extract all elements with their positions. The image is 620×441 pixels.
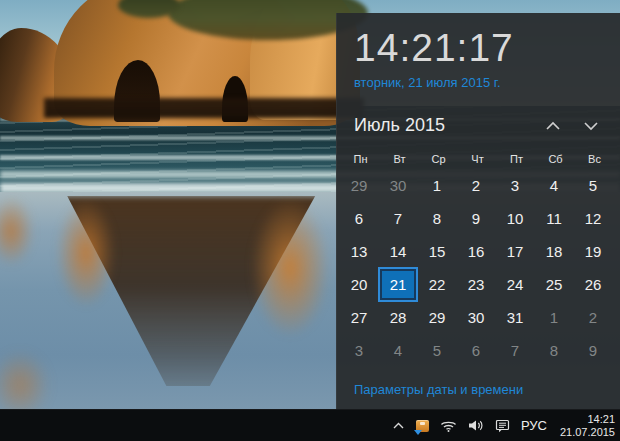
calendar-day[interactable]: 13 xyxy=(341,236,377,267)
calendar-day[interactable]: 14 xyxy=(380,236,416,267)
time-display: 14:21:17 xyxy=(354,27,620,69)
calendar-day[interactable]: 8 xyxy=(419,203,455,234)
calendar-day[interactable]: 4 xyxy=(380,335,416,366)
taskbar-date: 21.07.2015 xyxy=(560,426,615,439)
calendar-day[interactable]: 17 xyxy=(497,236,533,267)
calendar-day[interactable]: 19 xyxy=(575,236,611,267)
day-of-week-header: Пн xyxy=(341,150,380,168)
chevron-down-icon[interactable] xyxy=(582,119,600,133)
full-date-text: вторник, 21 июля 2015 г. xyxy=(354,75,620,90)
day-of-week-header: Вт xyxy=(380,150,419,168)
calendar-day[interactable]: 15 xyxy=(419,236,455,267)
calendar-header: Июль 2015 xyxy=(354,115,600,136)
wallpaper-reflection-glow xyxy=(250,198,330,338)
wallpaper-reflection-glow xyxy=(56,198,116,308)
calendar-day[interactable]: 28 xyxy=(380,302,416,333)
calendar-day[interactable]: 7 xyxy=(497,335,533,366)
language-indicator[interactable]: РУС xyxy=(521,418,547,433)
calendar-month-label[interactable]: Июль 2015 xyxy=(354,115,445,136)
desktop: 14:21:17 вторник, 21 июля 2015 г. Июль 2… xyxy=(0,0,620,441)
day-of-week-header: Вс xyxy=(575,150,614,168)
calendar-day[interactable]: 5 xyxy=(419,335,455,366)
calendar-day[interactable]: 2 xyxy=(575,302,611,333)
wifi-icon[interactable] xyxy=(440,419,457,432)
date-time-settings-link[interactable]: Параметры даты и времени xyxy=(354,382,523,397)
calendar-day[interactable]: 23 xyxy=(458,269,494,300)
calendar-day[interactable]: 6 xyxy=(341,203,377,234)
wallpaper-reflection-glow xyxy=(0,350,50,410)
calendar-day[interactable]: 10 xyxy=(497,203,533,234)
calendar-day[interactable]: 20 xyxy=(341,269,377,300)
calendar-day[interactable]: 29 xyxy=(419,302,455,333)
calendar-day[interactable]: 7 xyxy=(380,203,416,234)
calendar-day[interactable]: 1 xyxy=(419,170,455,201)
calendar-day[interactable]: 9 xyxy=(458,203,494,234)
taskbar-time: 14:21 xyxy=(560,413,615,426)
clock-calendar-flyout: 14:21:17 вторник, 21 июля 2015 г. Июль 2… xyxy=(336,13,620,410)
calendar-day[interactable]: 25 xyxy=(536,269,572,300)
day-of-week-header: Пт xyxy=(497,150,536,168)
calendar-grid: 2930123456789101112131415161718192021222… xyxy=(341,170,614,368)
chevron-up-icon[interactable] xyxy=(544,119,562,133)
calendar-day[interactable]: 12 xyxy=(575,203,611,234)
calendar-day[interactable]: 30 xyxy=(458,302,494,333)
wallpaper-reflection-glow xyxy=(0,196,34,266)
taskbar[interactable]: РУС 14:21 21.07.2015 xyxy=(0,409,620,441)
calendar-day[interactable]: 9 xyxy=(575,335,611,366)
taskbar-clock[interactable]: 14:21 21.07.2015 xyxy=(560,413,615,439)
day-of-week-header: Чт xyxy=(458,150,497,168)
volume-icon[interactable] xyxy=(468,419,484,432)
hidden-icons-chevron-icon[interactable] xyxy=(392,421,405,430)
calendar-day[interactable]: 24 xyxy=(497,269,533,300)
calendar-day[interactable]: 8 xyxy=(536,335,572,366)
calendar-day[interactable]: 4 xyxy=(536,170,572,201)
calendar-day-selected[interactable]: 21 xyxy=(380,269,416,300)
calendar-day[interactable]: 6 xyxy=(458,335,494,366)
update-icon[interactable] xyxy=(416,420,429,432)
calendar-day[interactable]: 5 xyxy=(575,170,611,201)
day-of-week-header: Сб xyxy=(536,150,575,168)
calendar-day[interactable]: 30 xyxy=(380,170,416,201)
calendar-day[interactable]: 11 xyxy=(536,203,572,234)
calendar-day[interactable]: 1 xyxy=(536,302,572,333)
calendar-day[interactable]: 31 xyxy=(497,302,533,333)
calendar-day[interactable]: 3 xyxy=(341,335,377,366)
calendar-day[interactable]: 16 xyxy=(458,236,494,267)
calendar-day[interactable]: 2 xyxy=(458,170,494,201)
calendar-day[interactable]: 22 xyxy=(419,269,455,300)
action-center-icon[interactable] xyxy=(495,419,510,433)
calendar-day[interactable]: 27 xyxy=(341,302,377,333)
calendar-day[interactable]: 26 xyxy=(575,269,611,300)
calendar-day-headers: ПнВтСрЧтПтСбВс xyxy=(341,150,614,168)
wallpaper-rock-shadow xyxy=(44,98,364,118)
day-of-week-header: Ср xyxy=(419,150,458,168)
system-tray: РУС 14:21 21.07.2015 xyxy=(392,410,615,441)
calendar-day[interactable]: 3 xyxy=(497,170,533,201)
calendar-day[interactable]: 29 xyxy=(341,170,377,201)
calendar-day[interactable]: 18 xyxy=(536,236,572,267)
calendar-nav xyxy=(544,119,600,133)
